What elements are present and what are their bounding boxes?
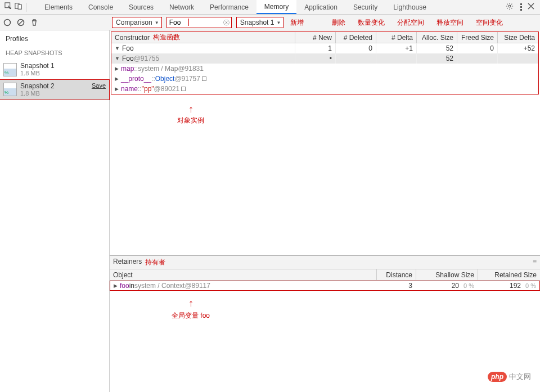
- table-row[interactable]: ▶name :: "pp" @89021: [111, 84, 538, 94]
- table-row[interactable]: ▶__proto__ :: Object @91757: [111, 74, 538, 84]
- object-id: @91755: [134, 55, 160, 62]
- table-row[interactable]: ▶map :: system / Map @91831: [111, 64, 538, 74]
- chevron-right-icon[interactable]: ▶: [114, 283, 118, 289]
- col-alloc[interactable]: Alloc. Size: [417, 32, 457, 43]
- chevron-down-icon[interactable]: ▼: [115, 56, 120, 61]
- prop-type: system / Map: [138, 65, 178, 73]
- chevron-right-icon[interactable]: ▶: [115, 86, 119, 92]
- retainer-context: system / Context: [134, 282, 184, 290]
- snapshot-save-link[interactable]: Save: [92, 82, 106, 89]
- comparison-controls: Comparison ⓧ Snapshot 1 新增 删除 数量变化 分配空间 …: [110, 15, 540, 30]
- view-select-label: Comparison: [116, 19, 152, 26]
- gear-icon[interactable]: [506, 2, 514, 12]
- view-select[interactable]: Comparison: [112, 17, 162, 28]
- inspect-icon[interactable]: [4, 2, 12, 12]
- sep: ::: [151, 75, 155, 83]
- sidebar-title: Profiles: [0, 30, 109, 46]
- grid-body: ▼Foo 1 0 +1 52 0 +52 ▼Foo @91755 • 52: [111, 43, 538, 94]
- col-freed[interactable]: Freed Size: [457, 32, 498, 43]
- cell-shallow: 200 %: [416, 281, 478, 290]
- cell-freed: [457, 53, 498, 64]
- cell-new: •: [295, 53, 336, 64]
- annot-alloc: 分配空间: [397, 18, 424, 28]
- instance-annotation: 对象实例: [177, 116, 204, 125]
- prop-name: name: [121, 85, 138, 93]
- prop-type: Object: [155, 75, 175, 83]
- retainers-title-annot: 持有者: [145, 258, 165, 267]
- trash-icon[interactable]: [30, 19, 38, 26]
- main-area: Profiles HEAP SNAPSHOTS % Snapshot 1 1.8…: [0, 30, 540, 392]
- base-snapshot-select[interactable]: Snapshot 1: [236, 17, 284, 28]
- class-filter[interactable]: ⓧ: [166, 17, 232, 28]
- cell-freed: 0: [457, 43, 498, 53]
- clear-filter-icon[interactable]: ⓧ: [223, 19, 230, 27]
- clear-icon[interactable]: [17, 19, 25, 26]
- top-tabs: Elements Console Sources Network Perform…: [37, 0, 434, 14]
- snapshot-list: % Snapshot 1 1.8 MB % Snapshot 2 1.8 MB …: [0, 60, 109, 100]
- content-area: Comparison ⓧ Snapshot 1 新增 删除 数量变化 分配空间 …: [110, 30, 540, 392]
- tab-security[interactable]: Security: [345, 0, 385, 14]
- menu-icon[interactable]: ≡: [533, 258, 537, 267]
- cell-size: [498, 53, 538, 64]
- snapshot-icon: %: [3, 63, 17, 76]
- tab-lighthouse[interactable]: Lighthouse: [385, 0, 434, 14]
- cell-distance: 3: [376, 281, 416, 290]
- tab-performance[interactable]: Performance: [202, 0, 256, 14]
- top-left-icons: [0, 2, 32, 12]
- kebab-icon[interactable]: [519, 3, 522, 11]
- cell-new: 1: [295, 43, 336, 53]
- chevron-down-icon[interactable]: ▼: [115, 46, 120, 51]
- retainer-row[interactable]: ▶foo in system / Context @89117 3 200 % …: [110, 281, 540, 291]
- cell-delta: +1: [376, 43, 417, 53]
- col-constructor[interactable]: Constructor 构造函数: [111, 32, 295, 43]
- col-delta[interactable]: # Delta: [376, 32, 417, 43]
- close-icon[interactable]: [528, 3, 534, 11]
- retainers-header: Object Distance Shallow Size Retained Si…: [110, 269, 540, 281]
- svg-point-3: [508, 5, 511, 7]
- col-object[interactable]: Object: [110, 269, 377, 280]
- pct: 0 %: [464, 282, 474, 289]
- tab-elements[interactable]: Elements: [37, 0, 80, 14]
- object-id: @89021: [154, 85, 180, 93]
- annot-new: 新增: [290, 18, 304, 28]
- tab-sources[interactable]: Sources: [121, 0, 161, 14]
- tab-console[interactable]: Console: [80, 0, 121, 14]
- col-size[interactable]: Size Delta: [498, 32, 538, 43]
- chevron-right-icon[interactable]: ▶: [115, 66, 119, 71]
- link-icon[interactable]: [181, 87, 186, 91]
- annot-deleted: 删除: [332, 18, 345, 28]
- cell-alloc: 52: [417, 53, 457, 64]
- retainer-in: in: [129, 282, 134, 290]
- snapshot-item-2[interactable]: % Snapshot 2 1.8 MB Save: [0, 80, 109, 100]
- col-distance[interactable]: Distance: [377, 269, 416, 280]
- snapshot-item-1[interactable]: % Snapshot 1 1.8 MB: [0, 60, 109, 80]
- col-deleted[interactable]: # Deleted: [336, 32, 376, 43]
- tab-network[interactable]: Network: [161, 0, 202, 14]
- sep: ::: [134, 65, 138, 73]
- col-new[interactable]: # New: [295, 32, 336, 43]
- device-icon[interactable]: [15, 2, 22, 12]
- chevron-right-icon[interactable]: ▶: [115, 76, 119, 82]
- snapshot-icon: %: [3, 83, 17, 96]
- arrow-icon: ↑: [188, 298, 194, 309]
- svg-point-4: [4, 19, 11, 25]
- divider: [26, 3, 26, 12]
- record-icon[interactable]: [3, 19, 11, 26]
- cell-deleted: [336, 53, 376, 64]
- cell-alloc: 52: [417, 43, 457, 53]
- tab-application[interactable]: Application: [296, 0, 345, 14]
- object-id: @91757: [174, 75, 200, 83]
- snapshot-size: 1.8 MB: [20, 90, 55, 97]
- snapshot-size: 1.8 MB: [20, 70, 55, 77]
- svg-line-6: [19, 20, 23, 25]
- arrow-icon: ↑: [188, 103, 194, 115]
- class-filter-input[interactable]: [169, 19, 221, 26]
- col-retained[interactable]: Retained Size: [478, 269, 540, 280]
- base-select-label: Snapshot 1: [240, 19, 274, 26]
- link-icon[interactable]: [202, 76, 206, 81]
- table-row[interactable]: ▼Foo @91755 • 52: [111, 53, 538, 64]
- col-shallow[interactable]: Shallow Size: [416, 269, 478, 280]
- devtools-top-bar: Elements Console Sources Network Perform…: [0, 0, 540, 15]
- table-row[interactable]: ▼Foo 1 0 +1 52 0 +52: [111, 43, 538, 53]
- tab-memory[interactable]: Memory: [256, 0, 296, 14]
